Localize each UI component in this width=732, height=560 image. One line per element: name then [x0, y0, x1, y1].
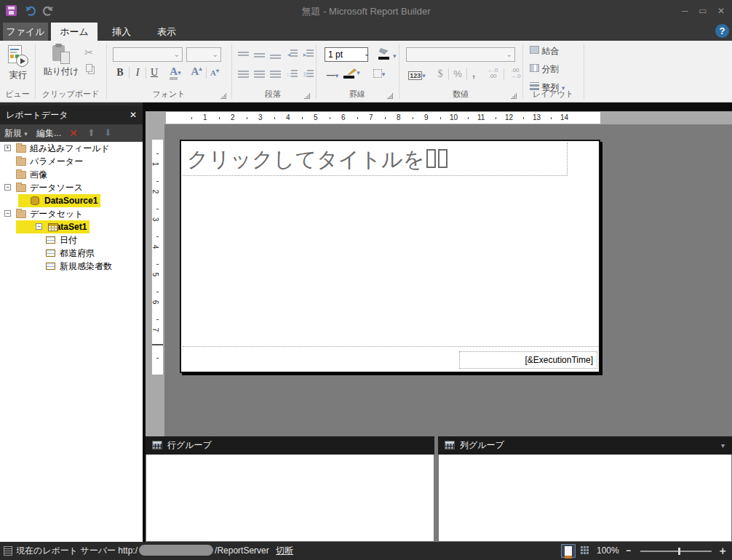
increase-indent-button[interactable]: ▸ — [301, 49, 316, 59]
h-ruler-number: 2 — [231, 113, 235, 121]
new-button[interactable]: 新規 ▾ — [4, 124, 28, 143]
increase-decimal-button[interactable]: ←.0.00 — [483, 68, 502, 79]
column-groups-chevron[interactable]: ▾ — [721, 436, 725, 455]
tree-item-dataset1[interactable]: − DataSet1 — [0, 220, 143, 233]
layout-group-label: レイアウト — [522, 89, 584, 100]
tree-item-data-sources[interactable]: − データソース — [0, 181, 143, 194]
paragraph-dialog-launcher[interactable] — [304, 93, 310, 99]
paste-button[interactable]: 貼り付け — [42, 44, 80, 78]
field-icon — [46, 249, 55, 257]
number-format-button[interactable]: 123▾ — [405, 70, 429, 80]
zoom-out-button[interactable]: − — [626, 542, 636, 560]
column-groups-header: 列グループ ▾ — [438, 436, 732, 455]
tab-insert[interactable]: 挿入 — [100, 23, 143, 41]
bold-button[interactable]: B — [113, 67, 127, 79]
grow-font-button[interactable]: A▴ — [189, 65, 204, 78]
disconnect-link[interactable]: 切断 — [276, 545, 293, 556]
run-view-icon[interactable] — [578, 544, 593, 558]
tab-view[interactable]: 表示 — [146, 23, 188, 41]
font-group-label: フォント — [106, 89, 231, 100]
edit-button[interactable]: 編集... — [36, 124, 61, 142]
align-left-button[interactable] — [236, 70, 250, 80]
comma-button[interactable]: , — [469, 67, 479, 80]
collapse-icon[interactable]: − — [4, 184, 11, 191]
split-button[interactable]: 分割 — [530, 63, 581, 76]
line-style-button[interactable]: —▾ — [323, 70, 342, 80]
underline-button[interactable]: U — [148, 67, 161, 79]
column-groups-panel[interactable] — [438, 455, 732, 542]
tree-item-datasets[interactable]: − データセット — [0, 207, 143, 220]
paragraph-group-label: 段落 — [231, 89, 314, 100]
server-status-text: 現在のレポート サーバー http://ReportServer — [16, 545, 271, 556]
font-color-button[interactable]: A▾ — [164, 65, 186, 78]
move-down-icon[interactable]: ⬇ — [104, 124, 112, 142]
h-ruler-number: 12 — [505, 113, 513, 121]
zoom-in-button[interactable]: ＋ — [717, 542, 728, 560]
tree-item-datasource1[interactable]: DataSource1 — [0, 194, 143, 207]
dataset-icon — [48, 223, 58, 231]
help-icon[interactable]: ? — [715, 24, 729, 38]
h-ruler-number: 11 — [477, 113, 485, 121]
number-format-combo[interactable]: ⌄ — [406, 47, 515, 62]
tree-item-field-date[interactable]: 日付 — [0, 233, 143, 247]
collapse-icon[interactable]: − — [4, 210, 11, 217]
bullet-list-button[interactable]: ∷ — [285, 70, 300, 79]
close-button[interactable]: ✕ — [713, 6, 729, 17]
panel-close-icon[interactable]: ✕ — [130, 105, 137, 124]
zoom-slider-thumb[interactable] — [678, 548, 680, 555]
italic-button[interactable]: I — [131, 67, 144, 79]
align-right-button[interactable] — [268, 70, 282, 80]
font-name-combo[interactable]: ⌄ — [113, 47, 183, 62]
expand-icon[interactable]: + — [4, 145, 11, 151]
design-view-icon[interactable] — [561, 544, 576, 558]
zoom-slider[interactable] — [640, 551, 712, 552]
currency-button[interactable]: $ — [434, 68, 447, 80]
tab-file[interactable]: ファイル — [3, 23, 48, 41]
align-top-button[interactable] — [236, 48, 250, 58]
folder-icon — [16, 184, 26, 192]
v-ruler-number: 6 — [151, 300, 159, 305]
row-groups-panel[interactable] — [146, 455, 434, 542]
maximize-button[interactable]: ▭ — [695, 6, 711, 17]
merge-button[interactable]: 結合 — [530, 45, 581, 57]
copy-icon[interactable] — [81, 64, 96, 74]
border-width-combo[interactable]: 1 pt — [325, 47, 368, 62]
shrink-font-button[interactable]: A▾ — [207, 68, 222, 77]
h-ruler-number: 4 — [286, 113, 290, 121]
report-page[interactable]: クリックしてタイトルを [&ExecutionTime] — [180, 140, 600, 373]
font-size-combo[interactable]: ⌄ — [186, 47, 221, 62]
tab-home[interactable]: ホーム — [51, 23, 98, 41]
minimize-button[interactable]: ─ — [677, 6, 693, 17]
tree-item-images[interactable]: 画像 — [0, 168, 143, 181]
number-list-button[interactable]: ⠿ — [301, 70, 316, 79]
pen-color-button[interactable]: ▾ — [343, 67, 364, 79]
tree-item-field-newcases[interactable]: 新規感染者数 — [0, 260, 143, 273]
align-bottom-button[interactable] — [268, 51, 282, 61]
decrease-indent-button[interactable]: ◂ — [285, 49, 300, 59]
h-ruler-number: 10 — [450, 113, 458, 121]
fill-color-button[interactable] — [373, 47, 394, 60]
border-box-button[interactable]: ▾ — [368, 68, 390, 79]
tree-item-builtin-fields[interactable]: + 組み込みフィールド — [0, 142, 143, 155]
tree-item-parameters[interactable]: パラメーター — [0, 155, 143, 168]
h-ruler-number: 3 — [258, 113, 263, 121]
align-middle-button[interactable] — [252, 49, 266, 60]
align-center-button[interactable] — [252, 70, 266, 80]
number-dialog-launcher[interactable] — [511, 93, 517, 99]
font-dialog-launcher[interactable] — [220, 93, 226, 99]
border-dialog-launcher[interactable] — [387, 93, 393, 99]
run-button[interactable]: 実行 — [4, 45, 32, 81]
move-up-icon[interactable]: ⬆ — [87, 124, 95, 142]
merge-icon — [530, 46, 539, 54]
tree-item-field-prefecture[interactable]: 都道府県 — [0, 247, 143, 260]
ruler-tick — [413, 117, 413, 119]
execution-time-textbox[interactable]: [&ExecutionTime] — [459, 351, 597, 369]
border-width-chevron[interactable]: ⌄ — [364, 49, 370, 57]
cut-icon[interactable]: ✂ — [81, 47, 96, 58]
percent-button[interactable]: % — [450, 68, 465, 79]
collapse-icon[interactable]: − — [36, 223, 42, 230]
delete-icon[interactable]: ✕ — [69, 124, 78, 142]
h-ruler-number: 6 — [341, 113, 346, 121]
report-title-textbox[interactable]: クリックしてタイトルを — [183, 143, 568, 176]
fill-color-chevron[interactable]: ▾ — [393, 52, 397, 60]
